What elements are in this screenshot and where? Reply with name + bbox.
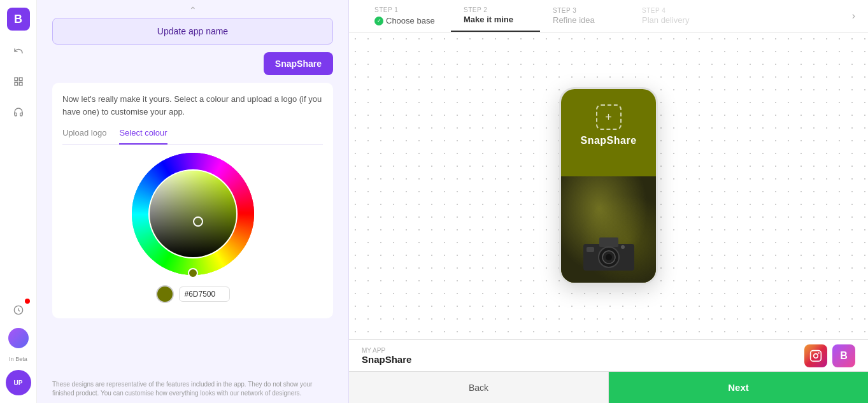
steps-header: STEP 1 ✓ Choose base STEP 2 Make it mine… [349,0,868,32]
customise-description-card: Now let's really make it yours. Select a… [52,83,333,318]
svg-rect-10 [587,247,594,252]
step-3[interactable]: STEP 3 Refine idea [540,1,629,31]
step-4-number: STEP 4 [642,7,706,14]
color-swatch [156,285,174,303]
my-app-name: SnapShare [362,354,411,365]
tab-select-colour[interactable]: Select colour [119,127,167,145]
svg-rect-5 [599,237,618,247]
svg-point-8 [606,254,612,260]
back-button[interactable]: Back [349,372,609,403]
svg-point-12 [814,353,818,358]
canvas-area: + SnapShare [349,32,868,339]
step-1[interactable]: STEP 1 ✓ Choose base [362,0,451,32]
disclaimer-text: These designs are representative of the … [37,380,348,403]
phone-preview: + SnapShare [559,87,658,285]
update-app-name-button[interactable]: Update app name [52,18,333,45]
beta-label: In Beta [9,356,27,362]
step-1-label: ✓ Choose base [374,15,438,25]
svg-rect-1 [19,78,22,81]
bottom-info-bar: MY APP SnapShare B [349,339,868,371]
step-4[interactable]: STEP 4 Plan delivery [629,1,718,31]
customise-tabs: Upload logo Select colour [62,127,323,145]
footer-buttons: Back Next [349,371,868,403]
undo-button[interactable] [8,41,29,61]
user-avatar[interactable] [8,328,29,348]
svg-rect-2 [15,82,18,85]
grid-button[interactable] [8,71,29,92]
sidebar: B In Beta UP [0,0,37,403]
svg-rect-3 [19,82,22,85]
step-2-label: Make it mine [464,15,527,24]
app-logo: B [7,8,30,31]
phone-background-image [561,176,656,283]
color-wheel-section [62,145,323,308]
rocket-badge [25,299,30,304]
instagram-icon[interactable] [804,344,827,367]
panel-collapse-button[interactable]: ⌃ [189,5,197,15]
b-brand-icon[interactable]: B [832,344,855,367]
my-app-label: MY APP [362,347,411,354]
step-1-check-icon: ✓ [374,17,383,25]
step-2-number: STEP 2 [464,6,527,13]
steps-next-arrow[interactable]: › [852,10,855,22]
step-2[interactable]: STEP 2 Make it mine [451,0,540,32]
upgrade-button[interactable]: UP [6,370,31,395]
step-3-number: STEP 3 [553,7,616,14]
tab-upload-logo[interactable]: Upload logo [62,127,106,145]
right-panel: STEP 1 ✓ Choose base STEP 2 Make it mine… [349,0,868,403]
brand-icons: B [804,344,855,367]
phone-screen: + SnapShare [561,89,656,283]
color-wheel-canvas[interactable] [129,150,257,278]
color-input-row [156,285,230,303]
svg-point-9 [621,245,625,249]
customise-description-text: Now let's really make it yours. Select a… [62,93,323,118]
color-wheel[interactable] [129,150,257,278]
color-hex-input[interactable] [179,286,230,302]
svg-rect-0 [15,78,18,81]
camera-illustration-svg [580,234,637,272]
next-button[interactable]: Next [609,372,868,403]
headset-button[interactable] [8,102,29,122]
step-4-label: Plan delivery [642,15,706,25]
svg-point-13 [818,353,819,353]
left-panel: ⌃ Update app name SnapShare Now let's re… [37,0,349,403]
phone-logo-placeholder: + [596,104,622,130]
phone-app-name: SnapShare [580,135,636,146]
step-3-label: Refine idea [553,15,616,25]
rocket-button[interactable] [8,300,29,320]
app-name-badge-button[interactable]: SnapShare [264,52,333,75]
my-app-info: MY APP SnapShare [362,347,411,365]
step-1-number: STEP 1 [374,6,438,13]
svg-rect-11 [811,350,822,361]
